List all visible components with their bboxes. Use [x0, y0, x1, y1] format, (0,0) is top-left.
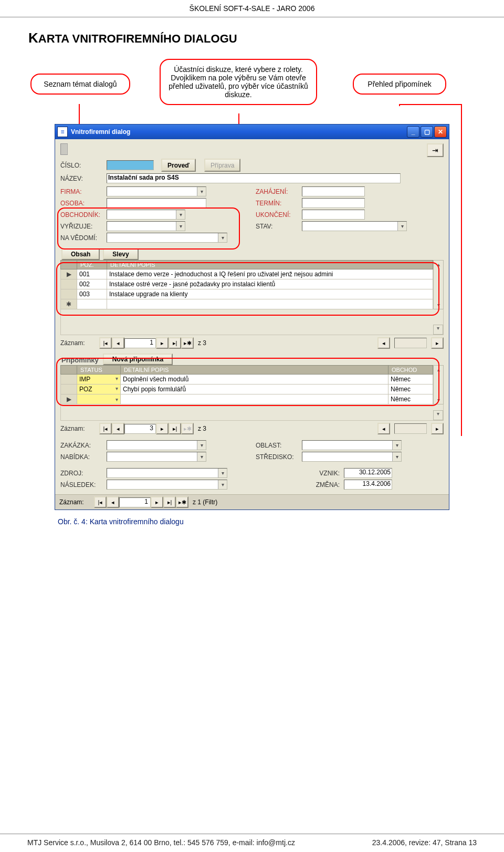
- hscroll-left[interactable]: ◂: [377, 337, 390, 349]
- nav3-new-button[interactable]: ▸✱: [176, 496, 188, 508]
- nav2-first-button[interactable]: |◂: [99, 423, 112, 434]
- label-termin: TERMÍN:: [256, 200, 302, 207]
- combo-zdroj[interactable]: ▾: [107, 468, 227, 478]
- hscroll2-right[interactable]: ▸: [431, 423, 444, 434]
- label-zaznam: Záznam:: [60, 339, 95, 347]
- page-footer: MTJ Service s.r.o., Musilova 2, 614 00 B…: [0, 834, 504, 847]
- combo-firma[interactable]: ▾: [107, 186, 206, 196]
- label-navedomi: NA VĚDOMÍ:: [60, 234, 107, 242]
- app-icon: ≡: [57, 127, 68, 137]
- nav3-last-button[interactable]: ▸|: [163, 496, 176, 508]
- col-detailni-popis2: DETAILNÍ POPIS: [121, 366, 388, 375]
- doc-header: ŠKOLENÍ SOFT-4-SALE - JARO 2006: [0, 0, 504, 17]
- input-osoba[interactable]: [107, 198, 206, 208]
- button-nova-pripominka[interactable]: Nová připomínka: [103, 354, 173, 365]
- maximize-button[interactable]: ▢: [421, 126, 433, 138]
- label-zmena: ZMĚNA:: [256, 481, 344, 489]
- input-cislo[interactable]: [107, 160, 154, 170]
- chevron-down-icon[interactable]: ▾: [218, 480, 227, 489]
- chevron-down-icon[interactable]: ▾: [176, 222, 185, 231]
- input-vznik[interactable]: 30.12.2005: [344, 468, 392, 478]
- nav-first-button[interactable]: |◂: [99, 337, 112, 349]
- chevron-down-icon[interactable]: ▾: [218, 233, 227, 242]
- tab-obsah[interactable]: Obsah: [61, 248, 100, 260]
- nav2-new-button[interactable]: ▸✱: [181, 423, 194, 434]
- nav3-first-button[interactable]: |◂: [94, 496, 107, 508]
- nav3-next-button[interactable]: ▸: [151, 496, 163, 508]
- nav2-last-button[interactable]: ▸|: [169, 423, 181, 434]
- nav-last-button[interactable]: ▸|: [169, 337, 181, 349]
- input-zmena[interactable]: 13.4.2006: [344, 480, 392, 490]
- input-zahajeni[interactable]: [302, 186, 365, 196]
- label-osoba: OSOBA:: [60, 200, 107, 207]
- nav2-current[interactable]: 3: [124, 424, 156, 434]
- callout-seznam: Seznam témat dialogů: [30, 74, 130, 95]
- nav-total: z 3: [198, 339, 206, 347]
- label-ukonceni: UKONČENÍ:: [256, 211, 302, 219]
- close-button[interactable]: ✕: [434, 126, 447, 138]
- combo-oblast[interactable]: ▾: [302, 440, 402, 450]
- toolbar-action-icon[interactable]: ⇥: [427, 143, 444, 157]
- chevron-down-icon[interactable]: ▾: [397, 222, 406, 231]
- grid-obsah[interactable]: POZ. DETAILNÍ POPIS ▶001Instalace demo v…: [60, 260, 433, 309]
- grid-scrollbar[interactable]: ▴▾: [433, 260, 444, 309]
- grid-pripominky[interactable]: STATUS DETAILNÍ POPIS OBCHOD IMP ▾Doplně…: [60, 365, 433, 404]
- nav3-prev-button[interactable]: ◂: [107, 496, 119, 508]
- figure-caption: Obr. č. 4: Karta vnitrofiremního dialogu: [58, 517, 504, 526]
- label-zakazka: ZAKÁZKA:: [60, 442, 107, 449]
- label-zahajeni: ZAHÁJENÍ:: [256, 188, 302, 195]
- chevron-down-icon[interactable]: ▾: [176, 210, 185, 219]
- input-nazev[interactable]: Instalační sada pro S4S: [107, 173, 401, 183]
- table-row: IMP ▾Doplnění všech modulůNěmec: [61, 375, 433, 385]
- combo-zakazka[interactable]: ▾: [107, 440, 206, 450]
- col-obchod: OBCHOD: [388, 366, 433, 375]
- combo-vyrizuje[interactable]: ▾: [107, 221, 185, 231]
- minimize-button[interactable]: _: [407, 126, 419, 138]
- label-cislo: ČÍSLO:: [60, 162, 107, 169]
- label-zaznam3: Záznam:: [59, 498, 90, 506]
- combo-nabidka[interactable]: ▾: [107, 452, 206, 462]
- chevron-down-icon[interactable]: ▾: [218, 469, 227, 477]
- chevron-down-icon[interactable]: ▾: [392, 452, 401, 461]
- hscroll2-left[interactable]: ◂: [377, 423, 390, 434]
- toolbar-handle[interactable]: [60, 143, 68, 155]
- window-title: Vnitrofiremní dialog: [71, 128, 407, 136]
- input-termin[interactable]: [302, 198, 365, 208]
- combo-stredisko[interactable]: ▾: [302, 452, 402, 462]
- titlebar[interactable]: ≡ Vnitrofiremní dialog _ ▢ ✕: [55, 124, 449, 139]
- combo-obchodnik[interactable]: ▾: [107, 210, 185, 220]
- input-ukonceni[interactable]: [302, 210, 365, 220]
- callout-ucastnici: Účastníci diskuze, které vybere z rolety…: [160, 59, 317, 105]
- nav-current[interactable]: 1: [124, 338, 156, 348]
- col-detailni-popis: DETAILNÍ POPIS: [107, 261, 433, 269]
- tab-slevy[interactable]: Slevy: [103, 248, 138, 260]
- label-nasledek: NÁSLEDEK:: [60, 481, 107, 489]
- combo-stav[interactable]: ▾: [302, 221, 407, 231]
- table-row: POZ ▾Chybí popis formlulářůNěmec: [61, 385, 433, 394]
- grid2-scrollbar[interactable]: ▴▾: [433, 365, 444, 404]
- nav-new-button[interactable]: ▸✱: [181, 337, 194, 349]
- button-proved[interactable]: Proveď: [161, 159, 196, 172]
- callout-row: Seznam témat dialogů Účastníci diskuze, …: [0, 56, 504, 124]
- chevron-down-icon[interactable]: ▾: [197, 441, 206, 450]
- table-row: 002Instalace ostré verze - jasné požadav…: [61, 279, 433, 289]
- label-stredisko: STŘEDISKO:: [256, 453, 302, 461]
- label-obchodnik: OBCHODNÍK:: [60, 211, 107, 219]
- chevron-down-icon[interactable]: ▾: [197, 187, 206, 196]
- button-priprava[interactable]: Příprava: [204, 159, 240, 172]
- combo-navedomi[interactable]: ▾: [107, 233, 227, 243]
- combo-nasledek[interactable]: ▾: [107, 480, 227, 490]
- table-row: ▶ ▾Němec: [61, 394, 433, 404]
- chevron-down-icon[interactable]: ▾: [197, 452, 206, 461]
- label-firma: FIRMA:: [60, 188, 107, 195]
- hscroll-right[interactable]: ▸: [431, 337, 444, 349]
- nav-next-button[interactable]: ▸: [156, 337, 169, 349]
- nav3-total: z 1 (Filtr): [193, 498, 217, 506]
- nav-prev-button[interactable]: ◂: [112, 337, 124, 349]
- col-poz: POZ.: [77, 261, 107, 269]
- nav2-next-button[interactable]: ▸: [156, 423, 169, 434]
- chevron-down-icon[interactable]: ▾: [392, 441, 401, 450]
- label-oblast: OBLAST:: [256, 442, 302, 449]
- nav2-prev-button[interactable]: ◂: [112, 423, 124, 434]
- nav3-current[interactable]: 1: [119, 497, 151, 507]
